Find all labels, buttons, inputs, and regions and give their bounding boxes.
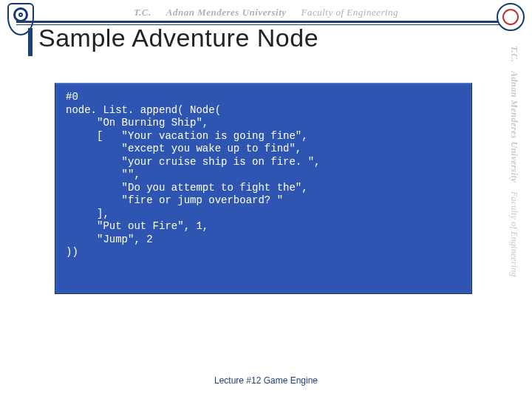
footer-lecture-label: Lecture #12 Game Engine xyxy=(0,375,532,386)
slide: T.C. Adnan Menderes University Faculty o… xyxy=(0,0,532,399)
right-sidebar-band: T.C. Adnan Menderes University Faculty o… xyxy=(502,41,525,359)
header-band: T.C. Adnan Menderes University Faculty o… xyxy=(0,6,532,19)
sidebar-faculty: Faculty of Engineering xyxy=(508,191,519,277)
code-block: #0 node. List. append( Node( "On Burning… xyxy=(55,83,472,294)
gear-icon xyxy=(502,9,519,25)
sidebar-university: Adnan Menderes University xyxy=(508,71,519,183)
header-tc: T.C. xyxy=(134,7,151,18)
header-rule-thick xyxy=(16,21,499,23)
code-content: #0 node. List. append( Node( "On Burning… xyxy=(66,91,461,259)
title-accent-bar xyxy=(28,28,33,56)
header-university: Adnan Menderes University xyxy=(166,7,287,18)
header-faculty: Faculty of Engineering xyxy=(301,7,399,18)
slide-title: Sample Adventure Node xyxy=(38,24,318,52)
faculty-seal-logo xyxy=(497,3,525,31)
sidebar-tc: T.C. xyxy=(508,46,519,62)
